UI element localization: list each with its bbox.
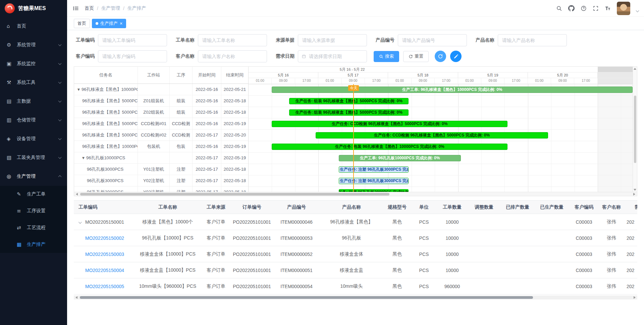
sidebar-item-8[interactable]: ◎生产管理 — [0, 167, 67, 186]
vertical-scroll-thumb[interactable] — [634, 96, 636, 163]
gantt-bar-label: 生产任务: 组装 96孔移液盒【黑色】5000PCS 完成比例: 0% — [296, 98, 402, 104]
sidebar-item-6[interactable]: ◈设备管理 — [0, 129, 67, 148]
text-input-1[interactable] — [198, 35, 267, 46]
scroll-left-icon[interactable] — [74, 192, 79, 196]
scroll-down-icon[interactable] — [634, 189, 636, 191]
gantt-week-row: 5月 16 - 5月 22 — [249, 67, 633, 72]
text-input-6[interactable] — [198, 51, 267, 62]
text-input-0[interactable] — [98, 35, 167, 46]
topbar-tools — [556, 2, 639, 15]
sidebar-subitem-3[interactable]: ▦生产排产 — [0, 236, 67, 253]
fullscreen-icon[interactable] — [593, 5, 599, 11]
date-input-7[interactable] — [298, 51, 367, 62]
scroll-right-icon[interactable] — [632, 192, 637, 196]
gantt-bar[interactable]: 生产任务: 注塑 96孔孔板3000PCS 完成比例: 0% — [339, 178, 409, 184]
workorder-code-link[interactable]: MO202205150003 — [85, 252, 124, 257]
tree-caret-icon[interactable]: ▼ — [77, 88, 80, 91]
gantt-task-row[interactable]: 96孔移液盒【黑色】5000PCSZ02组装机组装2022-05-162022-… — [74, 107, 248, 118]
sidebar-subitem-2[interactable]: ⇄工艺流程 — [0, 219, 67, 236]
equipment-icon: ◈ — [7, 136, 15, 142]
search-button[interactable]: 搜索 — [374, 51, 399, 62]
workorder-code-link[interactable]: MO202205150002 — [85, 235, 124, 241]
scroll-left-icon[interactable] — [74, 295, 79, 300]
gantt-scroll-thumb[interactable] — [80, 193, 389, 196]
sidebar-subitem-0[interactable]: ✎生产工单 — [0, 186, 67, 203]
github-icon[interactable] — [568, 5, 575, 11]
gantt-bar[interactable]: 生产工单: 96孔孔板10000PCS 完成比例: 0% — [339, 155, 461, 161]
gantt-bar[interactable]: 生产任务: 组装 96孔移液盒【黑色】5000PCS 完成比例: 0% — [289, 109, 409, 116]
gantt-bar[interactable]: 生产任务: 组装 96孔移液盒【黑色】5000PCS 完成比例: 0% — [289, 98, 409, 104]
breadcrumb-production[interactable]: 生产管理 — [101, 5, 120, 11]
avatar[interactable] — [617, 2, 630, 15]
home-icon: ⌂ — [7, 23, 15, 29]
expand-caret-icon[interactable] — [78, 220, 82, 224]
scroll-right-icon[interactable] — [632, 295, 637, 300]
scroll-up-icon[interactable] — [634, 68, 636, 70]
gantt-task-row[interactable]: ▼96孔移液盒【黑色】10000PCS2022-05-162022-05-21 — [74, 84, 248, 95]
refresh-circle-button[interactable] — [435, 51, 446, 62]
gantt-bar[interactable]: 生产任务: 包装 96孔移液盒【黑色】10000PCS 完成比例: 0% — [272, 144, 507, 150]
gantt-task-row[interactable]: 96孔孔板3000PCSY03注塑机注塑2022-05-172022-05-18 — [74, 186, 248, 192]
workorder-code-link[interactable]: MO202205150005 — [85, 284, 124, 289]
table-row[interactable]: MO202205150003移液盒盒体【10000】PCS客户订单PO20220… — [74, 246, 637, 262]
table-horizontal-scrollbar[interactable] — [74, 295, 637, 300]
tree-caret-icon[interactable]: ▼ — [82, 156, 85, 160]
table-row[interactable]: MO20220515000510mm吸头【960000】PCS客户订单PO202… — [74, 278, 637, 294]
font-size-icon[interactable] — [605, 5, 611, 11]
sidebar-item-1[interactable]: ⚙系统管理 — [0, 36, 67, 54]
gantt-horizontal-scrollbar[interactable] — [74, 192, 637, 196]
gantt-bar-row: 生产任务: CCD检测 96孔移液盒【黑色】5000PCS 完成比例: 0% — [249, 118, 633, 130]
text-input-2[interactable] — [298, 35, 367, 46]
question-icon[interactable] — [581, 5, 587, 11]
task-end-cell: 2022-05-21 — [221, 84, 248, 95]
table-scroll-thumb[interactable] — [80, 296, 533, 299]
sidebar-item-4[interactable]: ▤主数据 — [0, 92, 67, 111]
text-input-5[interactable] — [98, 51, 167, 62]
breadcrumb-home[interactable]: 首页 — [85, 5, 94, 11]
edit-circle-button[interactable] — [450, 51, 462, 62]
table-row[interactable]: MO20220515000296孔孔板【10000】PCS客户订单PO20220… — [74, 230, 637, 246]
close-icon[interactable]: × — [120, 21, 122, 26]
filter-label: 产品名称 — [474, 37, 494, 43]
sidebar-item-3[interactable]: ⚒系统工具 — [0, 73, 67, 92]
table-row[interactable]: MO202205150004移液盒盒盖【10000】PCS客户订单PO20220… — [74, 262, 637, 278]
gantt-bar[interactable]: 生产工单: 96孔移液盒【黑色】10000PCS 完成比例: 0% — [272, 87, 633, 93]
gantt-task-row[interactable]: 96孔孔板3000PCSY01注塑机注塑2022-05-172022-05-18 — [74, 164, 248, 175]
text-input-3[interactable] — [398, 35, 467, 46]
chevron-down-icon[interactable] — [636, 9, 639, 12]
sidebar-item-7[interactable]: ▧工装夹具管理 — [0, 148, 67, 167]
gantt-task-row[interactable]: ▼96孔孔板10000PCS2022-05-172022-05-19 — [74, 152, 248, 164]
table-cell: PCS — [411, 246, 437, 262]
filter-field-2: 来源单据 — [274, 34, 367, 46]
tab-production-scheduling[interactable]: 生产排产 × — [92, 19, 126, 28]
sidebar-item-2[interactable]: ▣系统监控 — [0, 54, 67, 73]
task-workstation-cell: Z02组装机 — [138, 107, 170, 118]
gantt-bar[interactable]: 生产任务: 注塑 96孔孔板3000PCS 完成比例: 0% — [339, 166, 409, 173]
table-row[interactable]: MO202205150001移液盒【黑色】10000个客户订单PO2022051… — [74, 214, 637, 230]
table-cell: C00003 — [569, 278, 599, 294]
sidebar-subitem-1[interactable]: ≡工序设置 — [0, 203, 67, 219]
hour-label: 01:00 — [528, 78, 551, 84]
hamburger-icon[interactable] — [72, 5, 79, 12]
table-cell: 黑色 — [383, 262, 411, 278]
gantt-task-row[interactable]: 96孔孔板3000PCSY02注塑机注塑2022-05-172022-05-18 — [74, 175, 248, 186]
gantt-task-row[interactable]: 96孔移液盒【黑色】5000PCSCCD检测#02CCD检测2022-05-17… — [74, 129, 248, 141]
gantt-bar[interactable]: 生产任务: 注塑 96孔孔板3000PCS 完成比例: 0% — [339, 189, 409, 192]
text-input-4[interactable] — [498, 35, 567, 46]
gantt-task-row[interactable]: 96孔移液盒【黑色】5000PCSZ01组装机组装2022-05-162022-… — [74, 95, 248, 107]
gantt-task-row[interactable]: 96孔移液盒【黑色】10000PCS包装机包装2022-05-162022-05… — [74, 141, 248, 152]
sidebar-item-0[interactable]: ⌂首页 — [0, 17, 67, 36]
gantt-vertical-scrollbar[interactable] — [633, 67, 637, 192]
gantt-bar[interactable]: 生产任务: CCD检测 96孔移液盒【黑色】5000PCS 完成比例: 0% — [316, 132, 548, 139]
table-cell — [468, 214, 500, 230]
task-start-cell: 2022-05-17 — [193, 129, 221, 141]
workorder-code-link[interactable]: MO202205150004 — [85, 268, 124, 273]
logo-link[interactable]: 苦糖果MES — [0, 0, 67, 17]
search-icon[interactable] — [556, 5, 562, 11]
gantt-task-row[interactable]: 96孔移液盒【黑色】5000PCSCCD检测#01CCD检测2022-05-16… — [74, 118, 248, 129]
gantt-bar[interactable]: 生产任务: CCD检测 96孔移液盒【黑色】5000PCS 完成比例: 0% — [272, 121, 507, 127]
table-cell — [468, 230, 500, 246]
sidebar-item-5[interactable]: ▥仓储管理 — [0, 111, 67, 129]
reset-button[interactable]: 重置 — [403, 51, 429, 62]
tab-home[interactable]: 首页 — [74, 19, 90, 28]
